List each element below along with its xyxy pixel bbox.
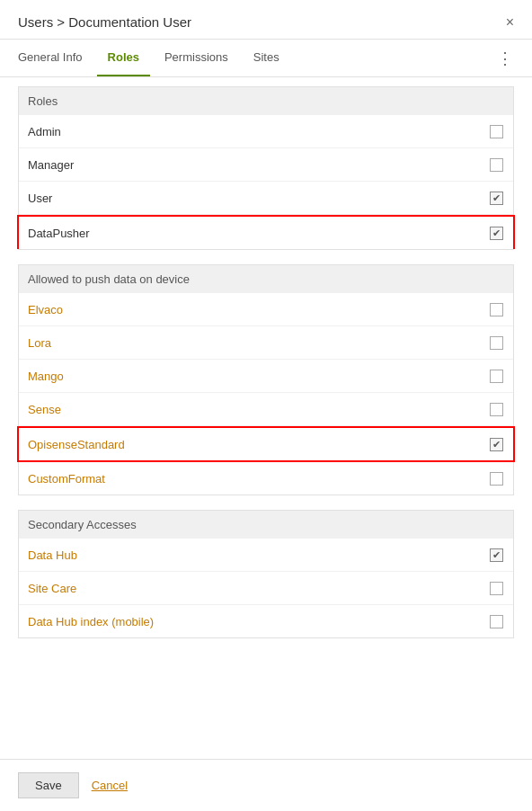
checkbox-wrap xyxy=(488,436,504,452)
checkbox-wrap xyxy=(488,547,504,563)
table-row: Lora xyxy=(19,326,513,360)
section-table-allowed: Allowed to push data on deviceElvacoLora… xyxy=(18,264,514,495)
checkbox-site-care[interactable] xyxy=(490,582,503,595)
modal-header: Users > Documentation User × xyxy=(0,0,532,40)
section-header-secondary: Secondary Accesses xyxy=(19,511,513,539)
table-row: Admin xyxy=(19,115,513,148)
row-label: Elvaco xyxy=(28,303,63,316)
table-row: DataPusher xyxy=(17,215,515,249)
checkbox-data-hub-index-(mobile)[interactable] xyxy=(490,615,503,628)
tabs-bar: General InfoRolesPermissionsSites⋮ xyxy=(0,40,532,77)
table-row: OpisenseStandard xyxy=(17,426,515,462)
checkbox-lora[interactable] xyxy=(490,336,503,350)
main-content: RolesAdminManagerUserDataPusherAllowed t… xyxy=(0,77,532,759)
close-button[interactable]: × xyxy=(506,15,514,30)
table-row: Elvaco xyxy=(19,293,513,326)
tab-sites[interactable]: Sites xyxy=(243,40,290,76)
checkbox-mango[interactable] xyxy=(490,370,503,383)
tab-roles[interactable]: Roles xyxy=(97,40,150,76)
modal-footer: Save Cancel xyxy=(0,759,532,811)
modal: Users > Documentation User × General Inf… xyxy=(0,0,532,811)
save-button[interactable]: Save xyxy=(18,772,79,798)
table-row: Data Hub xyxy=(19,539,513,572)
cancel-button[interactable]: Cancel xyxy=(88,772,131,798)
row-label: Mango xyxy=(28,370,64,383)
row-label: Data Hub xyxy=(28,548,77,562)
row-label: DataPusher xyxy=(28,227,90,240)
row-label: CustomFormat xyxy=(28,472,105,486)
tabs-more-menu[interactable]: ⋮ xyxy=(497,49,514,68)
checkbox-customformat[interactable] xyxy=(490,472,503,486)
checkbox-opisensestandard[interactable] xyxy=(490,438,503,451)
checkbox-sense[interactable] xyxy=(490,403,503,416)
row-label: Lora xyxy=(28,336,51,350)
section-table-secondary: Secondary AccessesData HubSite CareData … xyxy=(18,510,514,638)
table-row: User xyxy=(19,182,513,215)
section-table-roles: RolesAdminManagerUserDataPusher xyxy=(18,86,514,250)
checkbox-wrap xyxy=(488,368,504,384)
row-label: Admin xyxy=(28,125,61,138)
checkbox-data-hub[interactable] xyxy=(490,548,503,562)
checkbox-wrap xyxy=(488,580,504,596)
checkbox-wrap xyxy=(488,156,504,173)
checkbox-user[interactable] xyxy=(490,192,503,205)
checkbox-wrap xyxy=(488,123,504,139)
tab-general-info[interactable]: General Info xyxy=(18,40,93,76)
checkbox-manager[interactable] xyxy=(490,158,503,172)
checkbox-elvaco[interactable] xyxy=(490,303,503,316)
row-label: Site Care xyxy=(28,582,76,595)
table-row: Site Care xyxy=(19,572,513,605)
checkbox-wrap xyxy=(488,225,504,241)
checkbox-wrap xyxy=(488,613,504,629)
table-row: Manager xyxy=(19,148,513,182)
table-row: Mango xyxy=(19,360,513,393)
section-secondary: Secondary AccessesData HubSite CareData … xyxy=(18,510,514,638)
checkbox-wrap xyxy=(488,190,504,206)
table-row: Data Hub index (mobile) xyxy=(19,605,513,637)
table-row: CustomFormat xyxy=(19,462,513,495)
row-label: Manager xyxy=(28,158,74,172)
section-roles: RolesAdminManagerUserDataPusher xyxy=(18,86,514,250)
row-label: Sense xyxy=(28,403,61,416)
tab-permissions[interactable]: Permissions xyxy=(154,40,239,76)
checkbox-admin[interactable] xyxy=(490,125,503,138)
checkbox-wrap xyxy=(488,301,504,317)
section-allowed: Allowed to push data on deviceElvacoLora… xyxy=(18,264,514,495)
checkbox-wrap xyxy=(488,401,504,417)
checkbox-datapusher[interactable] xyxy=(490,227,503,240)
modal-title: Users > Documentation User xyxy=(18,14,191,30)
row-label: Data Hub index (mobile) xyxy=(28,615,154,628)
row-label: OpisenseStandard xyxy=(28,438,125,451)
checkbox-wrap xyxy=(488,334,504,351)
section-header-allowed: Allowed to push data on device xyxy=(19,265,513,293)
row-label: User xyxy=(28,192,52,205)
checkbox-wrap xyxy=(488,470,504,486)
section-header-roles: Roles xyxy=(19,87,513,115)
table-row: Sense xyxy=(19,393,513,426)
